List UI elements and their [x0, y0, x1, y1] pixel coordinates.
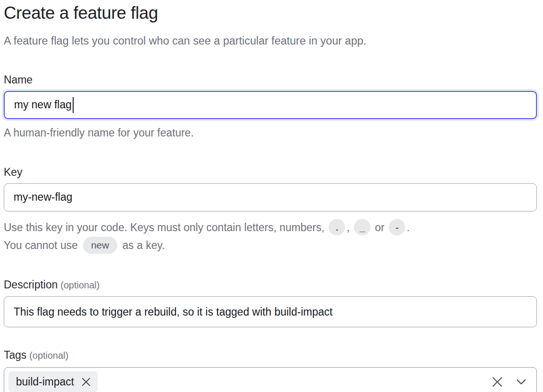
description-optional-hint: (optional): [60, 280, 99, 290]
reserved-key-new-badge: new: [83, 237, 117, 254]
tags-label-text: Tags: [4, 349, 27, 361]
page-title: Create a feature flag: [4, 3, 537, 23]
text-caret: [73, 97, 74, 113]
chevron-down-icon[interactable]: [515, 376, 527, 388]
name-input[interactable]: my new flag: [4, 91, 537, 119]
key-input-value: my-new-flag: [14, 191, 72, 204]
key-helper-line-2: You cannot use new as a key.: [4, 236, 537, 255]
or-separator: or: [375, 221, 384, 234]
allowed-char-dot-badge: .: [329, 219, 345, 235]
tags-label: Tags(optional): [4, 349, 537, 362]
key-helper-text: Use this key in your code. Keys must onl…: [4, 219, 537, 255]
key-input[interactable]: my-new-flag: [4, 183, 537, 211]
allowed-char-hyphen-badge: -: [389, 219, 405, 235]
description-label-text: Description: [4, 279, 58, 291]
reserved-key-prefix: You cannot use: [4, 239, 78, 251]
key-helper-prefix: Use this key in your code. Keys must onl…: [4, 221, 324, 234]
create-feature-flag-form: Create a feature flag A feature flag let…: [0, 0, 543, 392]
description-input[interactable]: This flag needs to trigger a rebuild, so…: [4, 296, 537, 327]
sentence-end: .: [407, 221, 409, 234]
tag-chip: build-impact: [8, 371, 98, 392]
remove-tag-icon[interactable]: [81, 377, 91, 387]
tags-optional-hint: (optional): [30, 350, 68, 361]
name-helper-text: A human-friendly name for your feature.: [4, 126, 537, 140]
page-subtitle: A feature flag lets you control who can …: [4, 34, 537, 48]
description-input-value: This flag needs to trigger a rebuild, so…: [14, 306, 332, 318]
key-label: Key: [4, 166, 537, 178]
tag-chip-label: build-impact: [16, 376, 74, 388]
reserved-key-suffix: as a key.: [122, 239, 165, 251]
name-label: Name: [4, 74, 537, 86]
name-input-value: my new flag: [14, 98, 72, 111]
comma-separator: ,: [347, 221, 349, 234]
description-label: Description(optional): [4, 279, 537, 291]
tags-select-input[interactable]: build-impact: [4, 367, 537, 392]
clear-tags-icon[interactable]: [491, 376, 504, 388]
key-helper-line-1: Use this key in your code. Keys must onl…: [4, 219, 537, 236]
allowed-char-underscore-badge: _: [354, 219, 370, 235]
tags-input-controls: [491, 376, 527, 388]
